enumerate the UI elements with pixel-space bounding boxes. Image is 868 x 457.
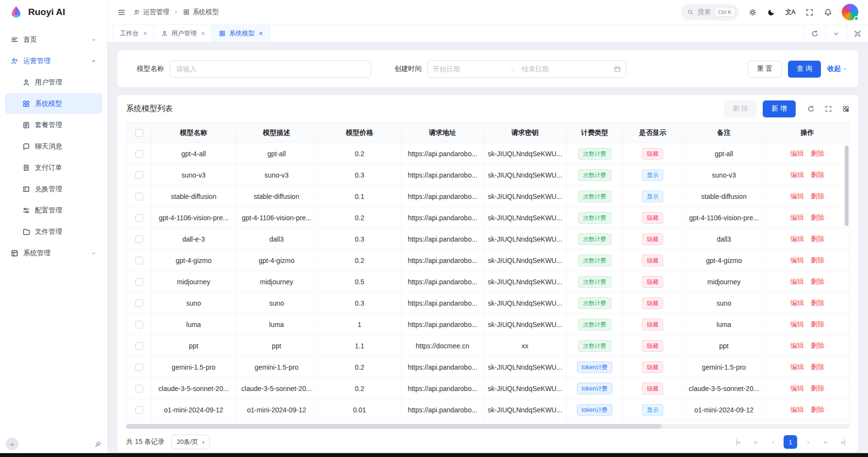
delete-link[interactable]: 删除 — [811, 171, 824, 179]
row-checkbox[interactable] — [135, 385, 143, 392]
fullscreen-icon[interactable] — [805, 8, 814, 16]
row-checkbox[interactable] — [135, 342, 143, 350]
chevron-down-icon[interactable] — [825, 25, 847, 42]
select-all-checkbox[interactable] — [135, 129, 143, 137]
tab-workbench[interactable]: 工作台× — [113, 25, 154, 42]
edit-link[interactable]: 编辑 — [790, 192, 804, 200]
tab-system-model[interactable]: 系统模型× — [212, 25, 270, 42]
delete-link[interactable]: 删除 — [811, 149, 824, 157]
content-fullscreen-icon[interactable] — [847, 25, 868, 42]
row-checkbox[interactable] — [135, 278, 143, 286]
expand-icon[interactable] — [825, 105, 832, 113]
add-button[interactable]: 新 增 — [763, 100, 796, 117]
edit-link[interactable]: 编辑 — [790, 320, 804, 328]
next-5-pages-button[interactable]: » — [819, 435, 832, 449]
date-range-picker[interactable]: → — [427, 60, 626, 78]
user-avatar[interactable] — [842, 4, 858, 20]
refresh-icon[interactable] — [804, 25, 825, 42]
edit-link[interactable]: 编辑 — [790, 299, 804, 307]
delete-link[interactable]: 删除 — [811, 342, 824, 349]
current-page-button[interactable]: 1 — [784, 435, 797, 449]
column-header[interactable]: 操作 — [766, 123, 850, 143]
settings-gear-icon[interactable] — [749, 8, 757, 16]
collapse-filter-link[interactable]: 收起 — [827, 65, 848, 73]
tab-user-management[interactable]: 用户管理× — [154, 25, 212, 42]
start-date-input[interactable] — [433, 65, 506, 73]
sidebar-item-user-management[interactable]: 用户管理 — [5, 72, 102, 93]
row-checkbox[interactable] — [135, 363, 143, 371]
row-checkbox[interactable] — [135, 406, 143, 414]
last-page-button[interactable]: »| — [836, 435, 850, 449]
sidebar-item-payment-orders[interactable]: 支付订单 — [5, 157, 102, 178]
edit-link[interactable]: 编辑 — [790, 363, 804, 371]
edit-link[interactable]: 编辑 — [790, 213, 804, 221]
delete-link[interactable]: 删除 — [811, 299, 824, 307]
notifications-bell-icon[interactable] — [824, 8, 832, 16]
column-header[interactable]: 请求密钥 — [484, 123, 567, 143]
sidebar-item-package-management[interactable]: 套餐管理 — [5, 114, 102, 135]
delete-link[interactable]: 删除 — [811, 213, 824, 221]
sidebar-item-system-management[interactable]: 系统管理 — [5, 243, 102, 263]
reset-button[interactable]: 重 置 — [748, 61, 782, 78]
edit-link[interactable]: 编辑 — [790, 235, 804, 243]
column-header[interactable]: 模型描述 — [236, 123, 318, 143]
next-page-button[interactable]: › — [801, 435, 815, 449]
end-date-input[interactable] — [522, 65, 594, 73]
delete-link[interactable]: 删除 — [811, 192, 824, 200]
column-header[interactable]: 请求地址 — [402, 123, 484, 143]
delete-link[interactable]: 删除 — [811, 256, 824, 264]
menu-toggle-icon[interactable] — [117, 8, 126, 16]
sidebar-item-redeem-management[interactable]: 兑换管理 — [5, 179, 102, 199]
edit-link[interactable]: 编辑 — [790, 171, 804, 179]
close-tab-icon[interactable]: × — [259, 30, 262, 37]
column-settings-icon[interactable] — [842, 105, 850, 113]
sidebar-item-system-model[interactable]: 系统模型 — [5, 93, 102, 114]
row-checkbox[interactable] — [135, 321, 143, 328]
vertical-scrollbar[interactable] — [845, 146, 849, 226]
logo[interactable]: Ruoyi AI — [0, 0, 107, 24]
edit-link[interactable]: 编辑 — [790, 256, 804, 264]
sidebar-item-operations[interactable]: 运营管理 — [5, 50, 102, 71]
row-checkbox[interactable] — [135, 214, 143, 222]
column-header[interactable]: 备注 — [683, 123, 766, 143]
row-checkbox[interactable] — [135, 171, 143, 179]
edit-link[interactable]: 编辑 — [790, 384, 804, 392]
column-header[interactable]: 模型名称 — [152, 123, 236, 143]
first-page-button[interactable]: |« — [731, 435, 745, 449]
horizontal-scrollbar-thumb[interactable] — [126, 424, 661, 429]
close-tab-icon[interactable]: × — [201, 30, 205, 37]
row-checkbox[interactable] — [135, 193, 143, 200]
delete-button[interactable]: 删 除 — [724, 100, 757, 117]
sidebar-item-home[interactable]: 首页 — [5, 29, 102, 50]
delete-link[interactable]: 删除 — [811, 235, 824, 243]
column-header[interactable]: 模型价格 — [318, 123, 402, 143]
column-header[interactable]: 是否显示 — [623, 123, 683, 143]
breadcrumb-item[interactable]: 系统模型 — [183, 8, 219, 16]
delete-link[interactable]: 删除 — [811, 384, 824, 392]
dark-mode-moon-icon[interactable] — [767, 8, 775, 16]
column-header[interactable]: 计费类型 — [567, 123, 623, 143]
edit-link[interactable]: 编辑 — [790, 149, 804, 157]
horizontal-scrollbar[interactable] — [126, 424, 850, 429]
edit-link[interactable]: 编辑 — [790, 277, 804, 285]
delete-link[interactable]: 删除 — [811, 406, 824, 413]
sidebar-collapse-button[interactable]: « — [6, 438, 18, 450]
refresh-icon[interactable] — [807, 105, 815, 113]
sidebar-item-file-management[interactable]: 文件管理 — [5, 221, 102, 242]
edit-link[interactable]: 编辑 — [790, 406, 804, 413]
row-checkbox[interactable] — [135, 299, 143, 307]
delete-link[interactable]: 删除 — [811, 320, 824, 328]
sidebar-item-chat-messages[interactable]: 聊天消息 — [5, 136, 102, 157]
query-button[interactable]: 查 询 — [788, 61, 821, 78]
row-checkbox[interactable] — [135, 257, 143, 264]
close-tab-icon[interactable]: × — [143, 30, 147, 37]
page-size-select[interactable]: 20条/页 ▾ — [171, 435, 210, 449]
edit-link[interactable]: 编辑 — [790, 342, 804, 349]
breadcrumb-item[interactable]: 运营管理 — [133, 8, 169, 16]
sidebar-item-config-management[interactable]: 配置管理 — [5, 200, 102, 221]
row-checkbox[interactable] — [135, 235, 143, 243]
delete-link[interactable]: 删除 — [811, 277, 824, 285]
prev-page-button[interactable]: ‹ — [766, 435, 780, 449]
model-name-input[interactable] — [170, 60, 371, 78]
prev-5-pages-button[interactable]: « — [749, 435, 762, 449]
